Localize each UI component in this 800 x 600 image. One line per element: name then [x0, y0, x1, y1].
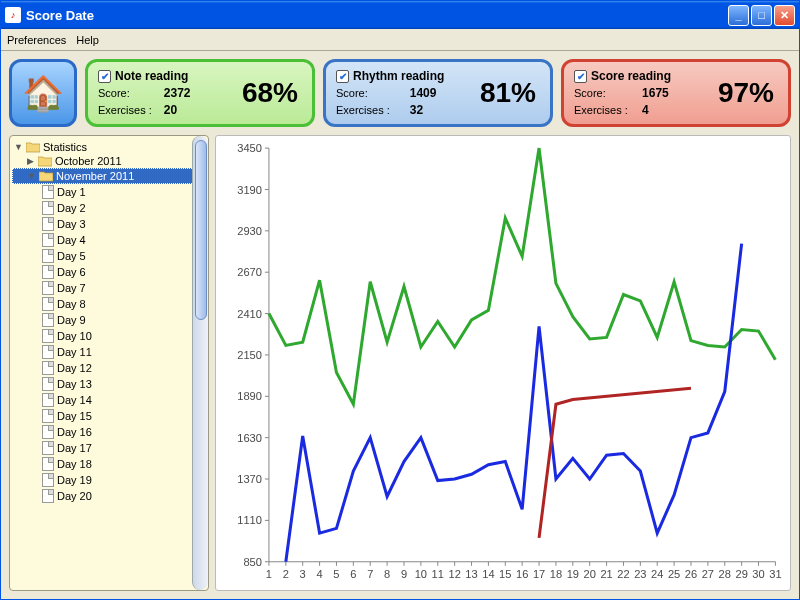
folder-icon	[38, 156, 52, 167]
tree-day[interactable]: Day 5	[12, 248, 206, 264]
label-score: Score:	[336, 87, 398, 99]
checkbox-score[interactable]: ✔	[574, 70, 587, 83]
file-icon	[42, 329, 54, 343]
svg-text:26: 26	[685, 568, 697, 580]
label-exercises: Exercises :	[98, 104, 152, 116]
file-icon	[42, 425, 54, 439]
minimize-button[interactable]: _	[728, 5, 749, 26]
tree-day[interactable]: Day 2	[12, 200, 206, 216]
tree-day[interactable]: Day 17	[12, 440, 206, 456]
tree-day[interactable]: Day 3	[12, 216, 206, 232]
tree-day[interactable]: Day 10	[12, 328, 206, 344]
svg-text:18: 18	[550, 568, 562, 580]
tree-day[interactable]: Day 18	[12, 456, 206, 472]
svg-text:22: 22	[617, 568, 629, 580]
card-rhythm-reading: ✔Rhythm reading Score: 1409 81% Exercise…	[323, 59, 553, 127]
tree-day[interactable]: Day 12	[12, 360, 206, 376]
svg-text:13: 13	[465, 568, 477, 580]
file-icon	[42, 185, 54, 199]
maximize-button[interactable]: □	[751, 5, 772, 26]
svg-text:1890: 1890	[237, 390, 262, 402]
window-controls: _ □ ✕	[728, 5, 795, 26]
tree-day[interactable]: Day 14	[12, 392, 206, 408]
tree-day[interactable]: Day 6	[12, 264, 206, 280]
tree-root[interactable]: ▼Statistics	[12, 140, 206, 154]
svg-text:19: 19	[567, 568, 579, 580]
file-icon	[42, 377, 54, 391]
svg-text:4: 4	[316, 568, 322, 580]
svg-text:9: 9	[401, 568, 407, 580]
tree-day[interactable]: Day 9	[12, 312, 206, 328]
svg-text:2930: 2930	[237, 225, 262, 237]
tree-month[interactable]: ▶October 2011	[12, 154, 206, 168]
svg-text:21: 21	[600, 568, 612, 580]
tree-day[interactable]: Day 19	[12, 472, 206, 488]
statistics-tree: ▼Statistics▶October 2011▼November 2011Da…	[10, 136, 208, 508]
svg-text:11: 11	[432, 568, 444, 580]
tree-scrollbar[interactable]	[192, 136, 208, 590]
tree-day[interactable]: Day 20	[12, 488, 206, 504]
titlebar[interactable]: ♪ Score Date _ □ ✕	[1, 1, 799, 29]
svg-text:3190: 3190	[237, 184, 262, 196]
svg-text:2: 2	[283, 568, 289, 580]
file-icon	[42, 233, 54, 247]
svg-text:12: 12	[448, 568, 460, 580]
tree-month[interactable]: ▼November 2011	[12, 168, 206, 184]
svg-text:16: 16	[516, 568, 528, 580]
file-icon	[42, 265, 54, 279]
svg-text:31: 31	[769, 568, 781, 580]
app-window: ♪ Score Date _ □ ✕ Preferences Help 🏠 ✔N…	[0, 0, 800, 600]
file-icon	[42, 345, 54, 359]
svg-text:28: 28	[719, 568, 731, 580]
tree-day[interactable]: Day 1	[12, 184, 206, 200]
file-icon	[42, 281, 54, 295]
svg-text:2410: 2410	[237, 308, 262, 320]
svg-text:1630: 1630	[237, 432, 262, 444]
tree-panel: ▼Statistics▶October 2011▼November 2011Da…	[9, 135, 209, 591]
tree-day[interactable]: Day 7	[12, 280, 206, 296]
file-icon	[42, 441, 54, 455]
tree-day[interactable]: Day 13	[12, 376, 206, 392]
tree-day[interactable]: Day 16	[12, 424, 206, 440]
scrollbar-thumb[interactable]	[195, 140, 207, 320]
tree-day[interactable]: Day 15	[12, 408, 206, 424]
tree-day[interactable]: Day 11	[12, 344, 206, 360]
card-note-reading: ✔Note reading Score: 2372 68% Exercises …	[85, 59, 315, 127]
svg-text:5: 5	[333, 568, 339, 580]
file-icon	[42, 249, 54, 263]
svg-text:25: 25	[668, 568, 680, 580]
svg-text:7: 7	[367, 568, 373, 580]
value-pct: 81%	[456, 77, 540, 109]
tree-day[interactable]: Day 4	[12, 232, 206, 248]
card-score-reading: ✔Score reading Score: 1675 97% Exercises…	[561, 59, 791, 127]
svg-text:29: 29	[735, 568, 747, 580]
checkbox-note[interactable]: ✔	[98, 70, 111, 83]
svg-text:15: 15	[499, 568, 511, 580]
svg-text:3450: 3450	[237, 142, 262, 154]
svg-text:1: 1	[266, 568, 272, 580]
card-title: Note reading	[115, 69, 188, 83]
folder-icon	[26, 142, 40, 153]
card-title: Score reading	[591, 69, 671, 83]
value-score: 1675	[642, 86, 671, 100]
svg-text:1370: 1370	[237, 473, 262, 485]
checkbox-rhythm[interactable]: ✔	[336, 70, 349, 83]
folder-icon	[39, 171, 53, 182]
file-icon	[42, 297, 54, 311]
menu-help[interactable]: Help	[76, 34, 99, 46]
menu-preferences[interactable]: Preferences	[7, 34, 66, 46]
tree-day[interactable]: Day 8	[12, 296, 206, 312]
menubar: Preferences Help	[1, 29, 799, 51]
svg-text:27: 27	[702, 568, 714, 580]
app-icon: ♪	[5, 7, 21, 23]
close-button[interactable]: ✕	[774, 5, 795, 26]
svg-text:24: 24	[651, 568, 663, 580]
label-score: Score:	[98, 87, 152, 99]
home-button[interactable]: 🏠	[9, 59, 77, 127]
line-chart: 8501110137016301890215024102670293031903…	[216, 136, 790, 590]
file-icon	[42, 393, 54, 407]
label-exercises: Exercises :	[574, 104, 630, 116]
summary-cards: 🏠 ✔Note reading Score: 2372 68% Exercise…	[1, 51, 799, 135]
chart-panel: 8501110137016301890215024102670293031903…	[215, 135, 791, 591]
svg-text:850: 850	[243, 556, 261, 568]
